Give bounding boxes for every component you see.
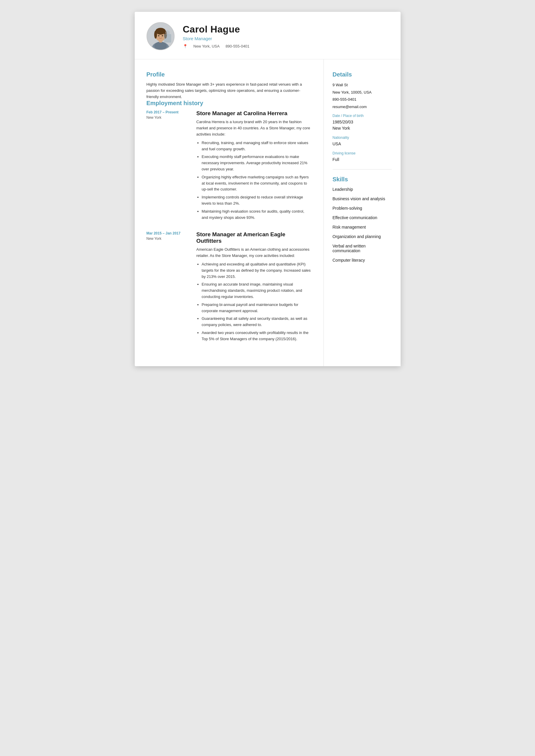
bullet-item: Awarded two years consecutively with pro… [202,330,312,342]
svg-point-9 [162,35,163,36]
entry-date-col-2: Mar 2015 – Jan 2017 New York [147,231,189,344]
employment-entry-1: Feb 2017 – Present New York Store Manage… [147,110,312,222]
entry-content-2: Store Manager at American Eagle Outfitte… [196,231,312,344]
bullet-item: Achieving and exceeding all qualitative … [202,261,312,280]
resume-document: Carol Hague Store Manager 📍 New York, US… [135,12,401,366]
header-section: Carol Hague Store Manager 📍 New York, US… [135,12,401,59]
entry-content-1: Store Manager at Carolina Herrera Caroli… [196,110,312,222]
employment-entry-2: Mar 2015 – Jan 2017 New York Store Manag… [147,231,312,344]
nationality-label: Nationality [333,136,392,140]
employment-section: Employment history Feb 2017 – Present Ne… [147,100,312,344]
skills-title: Skills [333,176,392,183]
profile-text: Highly motivated Store Manager with 3+ y… [147,82,312,100]
skill-item-3: Effective communication [333,215,392,220]
main-column: Profile Highly motivated Store Manager w… [135,59,324,366]
sidebar-phone: 890-555-0401 [333,96,392,102]
driving-value: Full [333,156,392,163]
sidebar-address1: 9 Wall St [333,82,392,88]
entry-job-title-2: Store Manager at American Eagle Outfitte… [196,231,312,244]
avatar [147,22,175,50]
location-icon: 📍 [183,44,187,48]
svg-point-5 [155,28,165,35]
entry-description-1: Carolina Herrera is a luxury brand with … [196,119,312,137]
sidebar-email: resume@email.com [333,104,392,110]
entry-date-1: Feb 2017 – Present [147,110,189,114]
bullet-item: Maintaining high evaluation scores for a… [202,208,312,221]
details-title: Details [333,71,392,78]
svg-point-11 [165,30,170,35]
bullet-item: Ensuring an accurate brand image, mainta… [202,282,312,300]
bullet-item: Implementing controls designed to reduce… [202,194,312,207]
bullet-item: Organizing highly effective marketing ca… [202,174,312,193]
entry-location-1: New York [147,116,189,120]
entry-date-col-1: Feb 2017 – Present New York [147,110,189,222]
skill-item-2: Problem-solving [333,206,392,210]
nationality-value: USA [333,141,392,147]
entry-date-2: Mar 2015 – Jan 2017 [147,231,189,235]
skill-item-1: Business vision and analysis [333,196,392,201]
sidebar-column: Details 9 Wall St New York, 10005, USA 8… [324,59,401,366]
header-location: New York, USA [193,44,220,48]
bullet-item: Executing monthly staff performance eval… [202,154,312,172]
driving-label: Driving license [333,151,392,155]
skill-item-7: Computer literacy [333,258,392,262]
svg-rect-10 [164,34,171,42]
svg-point-6 [154,31,157,39]
header-contact: 📍 New York, USA 890-555-0401 [183,44,250,48]
bullet-item: Recruiting, training, and managing staff… [202,140,312,152]
entry-description-2: American Eagle Outfitters is an American… [196,247,312,259]
entry-job-title-1: Store Manager at Carolina Herrera [196,110,312,117]
entry-location-2: New York [147,236,189,241]
employment-title: Employment history [147,100,312,107]
svg-point-8 [158,35,159,36]
bullet-item: Guaranteeing that all safety and securit… [202,316,312,328]
dob-value: 1985/20/03 New York [333,119,392,131]
skill-item-5: Organization and planning [333,234,392,239]
skill-item-4: Risk management [333,225,392,230]
svg-point-2 [154,41,167,50]
entry-bullets-2: Achieving and exceeding all qualitative … [196,261,312,342]
sidebar-divider [333,169,392,170]
skill-item-0: Leadership [333,187,392,192]
resume-body: Profile Highly motivated Store Manager w… [135,59,401,366]
header-info: Carol Hague Store Manager 📍 New York, US… [183,24,250,48]
dob-label: Date / Place of birth [333,114,392,118]
entry-bullets-1: Recruiting, training, and managing staff… [196,140,312,221]
profile-title: Profile [147,71,312,78]
sidebar-address2: New York, 10005, USA [333,90,392,95]
skill-item-6: Verbal and written communication [333,244,392,253]
candidate-name: Carol Hague [183,24,250,35]
header-phone: 890-555-0401 [225,44,249,48]
profile-section: Profile Highly motivated Store Manager w… [147,71,312,100]
bullet-item: Preparing bi-annual payroll and maintena… [202,302,312,314]
candidate-title: Store Manager [183,36,250,41]
